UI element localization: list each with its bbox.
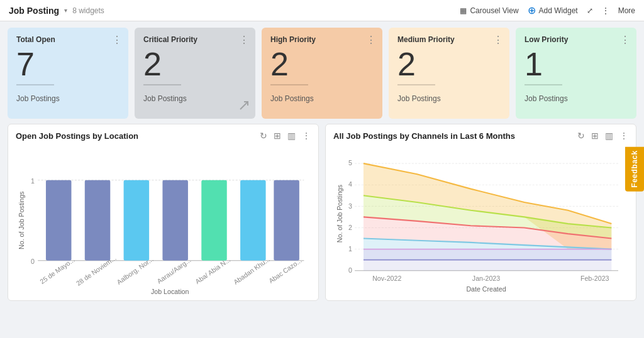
carousel-icon: ▦: [460, 6, 467, 15]
widget-count: 8 widgets: [72, 6, 104, 15]
add-widget-button[interactable]: ⊕ Add Widget: [528, 4, 578, 16]
line-chart-table-icon[interactable]: ⊞: [591, 131, 599, 141]
bar-chart-table-icon[interactable]: ⊞: [274, 131, 281, 141]
bar-1[interactable]: [46, 180, 72, 261]
svg-text:5: 5: [348, 159, 352, 166]
svg-text:3: 3: [348, 202, 352, 210]
bar-5[interactable]: [201, 180, 227, 261]
bar-3[interactable]: [124, 180, 150, 261]
carousel-label: Carousel View: [470, 6, 518, 15]
bar-chart-header: Open Job Postings by Location ↻ ⊞ ▥ ⋮: [16, 131, 311, 141]
charts-row: Open Job Postings by Location ↻ ⊞ ▥ ⋮ No…: [0, 124, 644, 306]
card-total-open-menu[interactable]: ⋮: [112, 34, 122, 46]
bar-chart-body: No. of Job Postings 0 1 25 de Mayo... 28…: [16, 146, 311, 295]
svg-text:2: 2: [348, 224, 352, 231]
card-high-priority-number: 2: [270, 48, 308, 85]
card-critical-priority-title: Critical Priority: [143, 35, 247, 44]
header-right: ▦ Carousel View ⊕ Add Widget ⤢ ⋮ More: [460, 4, 635, 16]
card-medium-priority-label: Job Postings: [397, 94, 501, 103]
feedback-tab[interactable]: Feedback: [625, 146, 644, 191]
card-total-open-label: Job Postings: [16, 94, 119, 103]
area-series5: [364, 249, 611, 260]
bar-7[interactable]: [274, 180, 299, 261]
svg-text:No. of Job Postings: No. of Job Postings: [18, 192, 25, 249]
bar-chart-title: Open Job Postings by Location: [16, 131, 138, 141]
card-high-priority-label: Job Postings: [270, 94, 374, 103]
header-left: Job Posting ▾ 8 widgets: [9, 6, 104, 16]
card-medium-priority-menu[interactable]: ⋮: [493, 34, 503, 46]
title-dropdown-icon[interactable]: ▾: [64, 7, 67, 14]
card-high-priority-menu[interactable]: ⋮: [366, 34, 376, 46]
carousel-view-button[interactable]: ▦ Carousel View: [460, 6, 518, 15]
svg-text:0: 0: [31, 258, 35, 265]
svg-text:0: 0: [348, 266, 352, 274]
card-low-priority: Low Priority ⋮ 1 Job Postings: [516, 28, 636, 119]
bar-chart-refresh-icon[interactable]: ↻: [260, 131, 267, 141]
svg-text:Job Location: Job Location: [151, 288, 189, 295]
page-title: Job Posting: [9, 6, 59, 16]
card-critical-priority: Critical Priority ⋮ 2 Job Postings: [135, 28, 255, 119]
area-series6: [364, 260, 611, 271]
feedback-tab-wrapper[interactable]: Feedback: [625, 146, 644, 191]
card-critical-priority-label: Job Postings: [143, 94, 247, 103]
svg-text:Feb-2023: Feb-2023: [580, 275, 609, 282]
card-high-priority: High Priority ⋮ 2 Job Postings: [262, 28, 382, 119]
line-chart-refresh-icon[interactable]: ↻: [577, 131, 585, 141]
card-critical-corner-icon: [238, 99, 250, 114]
resize-icon: ⤢: [587, 6, 593, 15]
bar-4[interactable]: [162, 180, 188, 261]
line-chart-panel: All Job Postings by Channels in Last 6 M…: [325, 124, 636, 301]
svg-text:4: 4: [348, 180, 352, 188]
bar-chart-column-icon[interactable]: ▥: [287, 131, 296, 141]
bar-2[interactable]: [85, 180, 111, 261]
bar-chart-menu-icon[interactable]: ⋮: [302, 131, 311, 141]
line-chart-body: No. of Job Postings 0 1 2 3 4 5 Nov-2022: [333, 146, 628, 295]
more-button[interactable]: More: [618, 6, 635, 15]
bar-chart-svg: No. of Job Postings 0 1 25 de Mayo... 28…: [16, 146, 311, 295]
cards-row: Total Open ⋮ 7 Job Postings Critical Pri…: [0, 21, 644, 124]
add-widget-label: Add Widget: [539, 6, 578, 15]
svg-text:Nov-2022: Nov-2022: [372, 275, 401, 282]
bar-6[interactable]: [240, 180, 266, 261]
card-total-open-number: 7: [16, 48, 54, 85]
svg-text:Jan-2023: Jan-2023: [472, 275, 500, 282]
card-low-priority-label: Job Postings: [525, 94, 628, 103]
line-chart-header: All Job Postings by Channels in Last 6 M…: [333, 131, 628, 141]
line-chart-actions: ↻ ⊞ ▥ ⋮: [577, 131, 628, 141]
svg-text:No. of Job Postings: No. of Job Postings: [336, 185, 343, 243]
line-chart-column-icon[interactable]: ▥: [605, 131, 613, 141]
bar-chart-panel: Open Job Postings by Location ↻ ⊞ ▥ ⋮ No…: [8, 124, 319, 301]
card-total-open: Total Open ⋮ 7 Job Postings: [8, 28, 128, 119]
card-high-priority-title: High Priority: [270, 35, 374, 44]
dots-icon: ⋮: [602, 6, 609, 15]
card-low-priority-number: 1: [525, 48, 562, 85]
card-medium-priority-number: 2: [397, 48, 435, 85]
bar-chart-actions: ↻ ⊞ ▥ ⋮: [260, 131, 311, 141]
card-low-priority-menu[interactable]: ⋮: [620, 34, 630, 46]
card-critical-priority-menu[interactable]: ⋮: [239, 34, 249, 46]
line-chart-menu-icon[interactable]: ⋮: [619, 131, 628, 141]
card-low-priority-title: Low Priority: [525, 35, 628, 44]
card-total-open-title: Total Open: [16, 35, 119, 44]
line-chart-title: All Job Postings by Channels in Last 6 M…: [333, 131, 515, 141]
header: Job Posting ▾ 8 widgets ▦ Carousel View …: [0, 0, 644, 21]
svg-text:Date Created: Date Created: [466, 285, 506, 293]
card-critical-priority-number: 2: [143, 48, 181, 85]
card-medium-priority-title: Medium Priority: [397, 35, 501, 44]
card-medium-priority: Medium Priority ⋮ 2 Job Postings: [389, 28, 509, 119]
svg-text:1: 1: [348, 245, 352, 253]
add-icon: ⊕: [528, 4, 536, 16]
more-menu-button[interactable]: ⋮: [602, 6, 609, 15]
svg-text:1: 1: [31, 177, 35, 185]
resize-button[interactable]: ⤢: [587, 6, 593, 15]
line-chart-svg: No. of Job Postings 0 1 2 3 4 5 Nov-2022: [333, 146, 628, 295]
